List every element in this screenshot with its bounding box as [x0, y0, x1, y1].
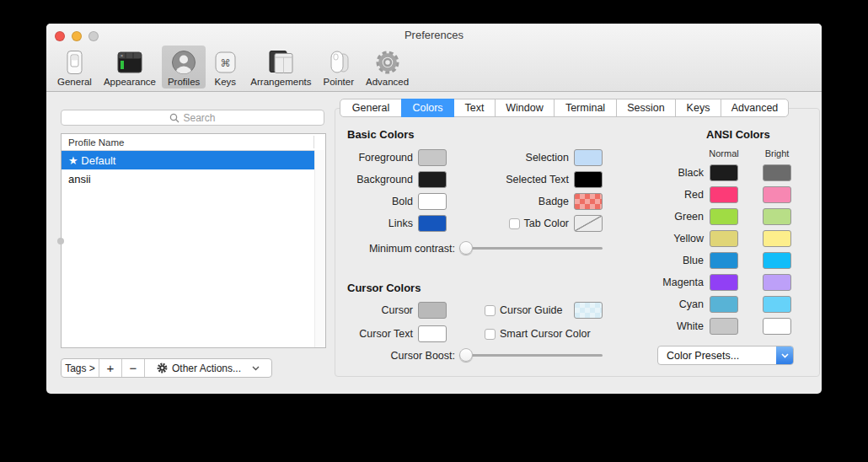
- toolbar: General × Appearance Profiles ⌘ Keys: [51, 46, 415, 89]
- cursor-boost-slider[interactable]: [459, 346, 603, 364]
- add-profile-button[interactable]: +: [99, 359, 122, 377]
- bold-color-well[interactable]: [418, 193, 447, 210]
- smart-cursor-color-row: Smart Cursor Color: [485, 325, 591, 342]
- minimum-contrast-label: Minimum contrast:: [347, 243, 455, 255]
- toolbar-item-label: General: [57, 77, 92, 87]
- tab-advanced[interactable]: Advanced: [721, 99, 789, 117]
- scrollbar-track[interactable]: [314, 150, 325, 347]
- ansi-magenta-bright-well[interactable]: [763, 274, 791, 291]
- toolbar-item-profiles[interactable]: Profiles: [162, 46, 206, 89]
- tags-button[interactable]: Tags >: [62, 359, 99, 377]
- ansi-cyan-row: Cyan: [636, 296, 791, 313]
- color-label: Green: [636, 211, 704, 223]
- ansi-black-bright-well[interactable]: [763, 164, 791, 181]
- ansi-green-normal-well[interactable]: [710, 208, 738, 225]
- slider-knob[interactable]: [459, 241, 473, 255]
- ansi-yellow-bright-well[interactable]: [763, 230, 791, 247]
- gear-icon: [157, 363, 168, 373]
- ansi-white-normal-well[interactable]: [710, 318, 738, 335]
- ansi-cyan-bright-well[interactable]: [763, 296, 791, 313]
- toolbar-item-arrangements[interactable]: Arrangements: [244, 46, 317, 89]
- tab-label: Colors: [412, 102, 442, 114]
- toolbar-item-advanced[interactable]: Advanced: [360, 46, 415, 89]
- color-label: Background: [347, 174, 413, 185]
- ansi-black-normal-well[interactable]: [710, 164, 738, 181]
- cursor-color-well[interactable]: [418, 302, 447, 319]
- minimum-contrast-slider[interactable]: [459, 239, 603, 257]
- cursor-text-color-well[interactable]: [418, 325, 447, 342]
- ansi-red-bright-well[interactable]: [763, 186, 791, 203]
- selection-color-well[interactable]: [574, 149, 603, 166]
- ansi-green-bright-well[interactable]: [763, 208, 791, 225]
- badge-color-well[interactable]: [574, 193, 603, 210]
- color-label: White: [636, 320, 704, 332]
- background-color-well[interactable]: [418, 171, 447, 188]
- links-color-well[interactable]: [418, 215, 447, 232]
- toolbar-item-label: Appearance: [104, 77, 156, 87]
- ansi-bright-column-label: Bright: [760, 148, 794, 158]
- ansi-white-bright-well[interactable]: [763, 318, 791, 335]
- plus-icon: +: [107, 361, 115, 375]
- profile-person-icon: [170, 48, 197, 76]
- tab-color-checkbox[interactable]: [509, 218, 520, 229]
- foreground-color-well[interactable]: [418, 149, 447, 166]
- color-presets-label: Color Presets...: [658, 350, 776, 362]
- tab-window[interactable]: Window: [495, 99, 555, 117]
- toolbar-item-pointer[interactable]: Pointer: [318, 46, 360, 89]
- toolbar-item-label: Advanced: [366, 77, 409, 87]
- profile-row-label: ★ Default: [68, 154, 115, 167]
- appearance-window-icon: ×: [115, 48, 144, 76]
- profile-row-ansii[interactable]: ansii: [62, 169, 314, 188]
- selected-text-color-well[interactable]: [574, 171, 603, 188]
- profile-list-header[interactable]: Profile Name: [62, 134, 325, 151]
- cursor-guide-label: Cursor Guide: [500, 304, 562, 316]
- ansi-normal-column-label: Normal: [707, 148, 741, 158]
- color-label: Black: [636, 167, 704, 179]
- cursor-color-row: Cursor: [347, 302, 447, 319]
- tab-text[interactable]: Text: [453, 99, 496, 117]
- svg-text:×: ×: [121, 53, 124, 58]
- profile-actions-bar: Tags > + − Other Actions...: [61, 358, 272, 378]
- slider-track[interactable]: [459, 354, 603, 357]
- other-actions-button[interactable]: Other Actions...: [145, 359, 271, 377]
- tab-terminal[interactable]: Terminal: [554, 99, 617, 117]
- smart-cursor-color-checkbox[interactable]: [485, 329, 496, 340]
- slider-knob[interactable]: [459, 348, 473, 362]
- window-title: Preferences: [46, 29, 822, 41]
- tab-session[interactable]: Session: [616, 99, 676, 117]
- splitter-handle-dot: [57, 238, 64, 244]
- ansi-magenta-normal-well[interactable]: [710, 274, 738, 291]
- ansi-white-row: White: [636, 318, 791, 335]
- color-label: Yellow: [636, 233, 704, 244]
- selection-color-row: Selection: [455, 149, 603, 166]
- links-color-row: Links: [347, 215, 447, 232]
- ansi-blue-normal-well[interactable]: [710, 252, 738, 269]
- ansi-red-normal-well[interactable]: [710, 186, 738, 203]
- tab-keys[interactable]: Keys: [675, 99, 721, 117]
- color-label: Foreground: [347, 152, 413, 164]
- ansi-cyan-normal-well[interactable]: [710, 296, 738, 313]
- remove-profile-button[interactable]: −: [122, 359, 145, 377]
- ansi-green-row: Green: [636, 208, 791, 225]
- ansi-blue-row: Blue: [636, 252, 791, 269]
- tab-colors[interactable]: Colors: [401, 99, 454, 117]
- tab-general[interactable]: General: [340, 99, 402, 117]
- ansi-yellow-normal-well[interactable]: [710, 230, 738, 247]
- tab-color-well[interactable]: [574, 215, 603, 232]
- toolbar-item-appearance[interactable]: × Appearance: [98, 46, 162, 89]
- toolbar-item-keys[interactable]: ⌘ Keys: [206, 46, 244, 89]
- slider-track[interactable]: [459, 247, 603, 250]
- color-label: Red: [636, 189, 704, 201]
- toolbar-item-general[interactable]: General: [51, 46, 98, 89]
- profile-name-column-header: Profile Name: [68, 137, 124, 148]
- search-input[interactable]: Search: [61, 110, 324, 126]
- ansi-blue-bright-well[interactable]: [763, 252, 791, 269]
- light-switch-icon: [61, 48, 88, 76]
- profile-row-default[interactable]: ★ Default: [62, 151, 314, 169]
- tags-button-label: Tags >: [65, 363, 95, 374]
- cursor-guide-checkbox[interactable]: [485, 305, 496, 316]
- cursor-guide-color-well[interactable]: [574, 302, 603, 319]
- color-presets-dropdown[interactable]: Color Presets...: [657, 346, 794, 365]
- preferences-window: Preferences General × Appearance Profile…: [46, 24, 822, 394]
- profile-tabs: General Colors Text Window Terminal Sess…: [340, 99, 789, 117]
